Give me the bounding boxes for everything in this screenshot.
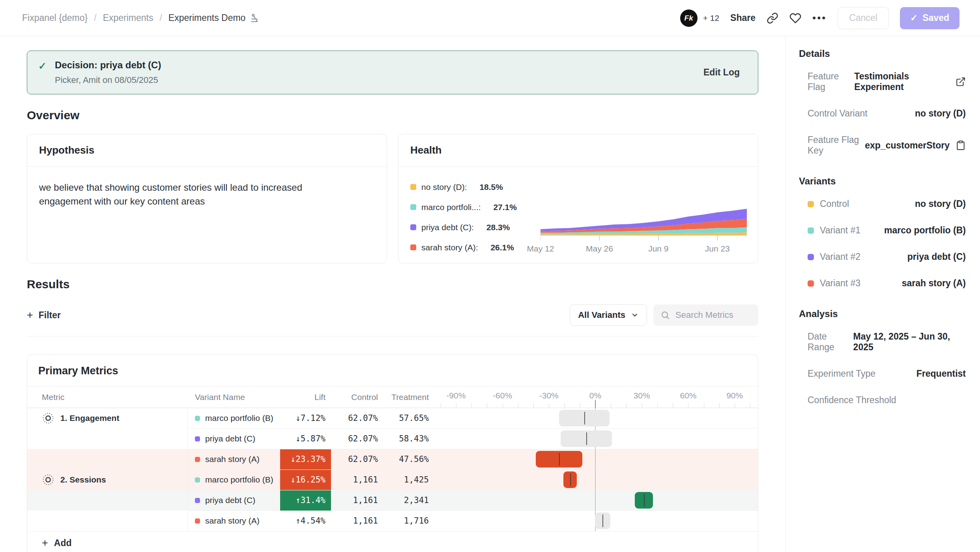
axis-minor-tick	[456, 403, 456, 408]
variant-color-chip	[808, 201, 814, 207]
sidebar-row-label: Variant #1	[820, 225, 860, 236]
external-link-icon[interactable]	[956, 77, 966, 87]
breadcrumb-experiments[interactable]: Experiments	[103, 13, 153, 23]
metrics-table-body: 1. Engagement marco portfolio (B) ↓7.12%…	[27, 408, 758, 531]
axis-minor-tick	[549, 403, 549, 408]
more-options-icon[interactable]: •••	[812, 12, 827, 24]
legend-value: 28.3%	[486, 223, 510, 232]
ci-mean-tick	[559, 453, 560, 466]
top-bar: Fixpanel {demo} / Experiments / Experime…	[0, 0, 980, 36]
col-lift: Lift	[280, 392, 331, 402]
microscope-icon	[249, 13, 260, 23]
favorite-heart-icon[interactable]	[789, 12, 801, 24]
confidence-interval-cell	[433, 428, 758, 449]
x-axis-label: May 26	[586, 244, 613, 253]
axis-zero-tick	[595, 400, 596, 409]
table-row[interactable]: priya debt (C) ↓5.87% 62.07% 58.43%	[27, 428, 758, 449]
confidence-interval-bar	[635, 492, 653, 509]
axis-minor-tick	[642, 403, 642, 408]
decision-title: Decision: priya debt (C)	[55, 60, 703, 72]
collaborator-count[interactable]: + 12	[703, 13, 719, 23]
axis-label: 90%	[726, 391, 743, 400]
sidebar-row-value: marco portfolio (B)	[884, 225, 966, 236]
health-legend-item: marco portfoli...: 27.1%	[410, 203, 540, 212]
sidebar-row-value: exp_customerStory	[865, 140, 950, 151]
add-metric-button[interactable]: + Add	[27, 531, 758, 552]
avatar[interactable]: Fk	[680, 9, 698, 27]
legend-value: 27.1%	[493, 203, 517, 212]
lift-value: ↓5.87%	[280, 428, 331, 449]
lift-value: ↓7.12%	[280, 408, 331, 428]
ci-mean-tick	[570, 473, 571, 486]
col-metric: Metric	[27, 392, 188, 402]
sidebar-row-label: Control Variant	[808, 108, 868, 119]
variant-name: marco portfolio (B)	[205, 413, 273, 423]
legend-color-chip	[410, 184, 416, 190]
ci-mean-tick	[644, 494, 645, 507]
add-filter-button[interactable]: + Filter	[27, 310, 61, 321]
overview-heading: Overview	[27, 109, 758, 122]
legend-value: 26.1%	[490, 243, 514, 252]
primary-metrics-card: Primary Metrics Metric Variant Name Lift…	[27, 355, 758, 552]
lift-axis: -90%-60%-30%0%30%60%90%	[433, 387, 758, 408]
results-heading: Results	[27, 278, 758, 291]
health-chart: May 12May 26Jun 9Jun 23	[540, 175, 747, 257]
lift-value: ↓23.37%	[280, 449, 331, 469]
search-metrics-box[interactable]	[653, 304, 758, 326]
table-row[interactable]: 2. Sessions marco portfolio (B) ↓16.25% …	[27, 469, 758, 490]
search-metrics-input[interactable]	[675, 310, 751, 320]
control-value: 62.07%	[331, 428, 382, 449]
analysis-section: Analysis Date Range May 12, 2025 – Jun 3…	[799, 308, 966, 413]
variant-color-chip	[195, 436, 200, 441]
cancel-button[interactable]: Cancel	[838, 7, 889, 29]
saved-button[interactable]: ✓ Saved	[900, 7, 959, 29]
axis-minor-tick	[704, 403, 704, 408]
sidebar-row-label: Feature Flag Key	[808, 135, 865, 156]
lift-value: ↓16.25%	[280, 469, 331, 490]
col-variant: Variant Name	[188, 392, 280, 402]
app-window: Fixpanel {demo} / Experiments / Experime…	[0, 0, 980, 552]
treatment-value: 47.56%	[382, 449, 433, 469]
variants-section: Variants Control no story (D) Variant #1	[799, 176, 966, 297]
plus-icon: +	[42, 538, 48, 548]
clipboard-icon[interactable]	[956, 140, 966, 150]
confidence-interval-cell	[433, 408, 758, 428]
health-legend-item: sarah story (A): 26.1%	[410, 243, 540, 252]
variant-color-chip	[195, 518, 200, 524]
search-icon	[660, 310, 670, 320]
sidebar-row: Feature Flag Testimonials Experiment	[799, 63, 966, 100]
details-section: Details Feature Flag Testimonials Experi…	[799, 48, 966, 164]
sidebar-row-label: Confidence Threshold	[808, 395, 896, 406]
lift-value: ↑31.4%	[280, 490, 331, 511]
chevron-down-icon	[631, 311, 639, 319]
table-row[interactable]: sarah story (A) ↓23.37% 62.07% 47.56%	[27, 449, 758, 469]
variant-color-chip	[808, 280, 814, 287]
legend-label: no story (D):	[421, 182, 467, 192]
confidence-interval-bar	[595, 513, 610, 529]
table-row[interactable]: sarah story (A) ↑4.54% 1,161 1,716	[27, 511, 758, 531]
saved-check-icon: ✓	[910, 13, 918, 23]
variant-name: sarah story (A)	[205, 516, 260, 526]
details-sidebar: Details Feature Flag Testimonials Experi…	[785, 36, 980, 552]
analysis-heading: Analysis	[799, 308, 966, 319]
treatment-value: 1,425	[382, 469, 433, 490]
confidence-interval-bar	[559, 410, 610, 426]
share-button[interactable]: Share	[730, 13, 756, 23]
axis-label: 0%	[589, 391, 601, 400]
table-row[interactable]: priya debt (C) ↑31.4% 1,161 2,341	[27, 490, 758, 511]
axis-minor-tick	[503, 403, 503, 408]
breadcrumb-project[interactable]: Fixpanel {demo}	[22, 13, 88, 23]
decision-banner: ✓ Decision: priya debt (C) Picker, Amit …	[27, 51, 758, 94]
sidebar-row-value: priya debt (C)	[907, 252, 966, 262]
copy-link-icon[interactable]	[767, 12, 778, 24]
axis-label: -60%	[493, 391, 512, 400]
table-row[interactable]: 1. Engagement marco portfolio (B) ↓7.12%…	[27, 408, 758, 428]
sidebar-row: Control Variant no story (D)	[799, 100, 966, 127]
axis-minor-tick	[487, 403, 487, 408]
variants-dropdown[interactable]: All Variants	[570, 304, 647, 326]
legend-label: sarah story (A):	[421, 243, 478, 252]
edit-log-button[interactable]: Edit Log	[703, 67, 746, 78]
axis-label: -30%	[539, 391, 559, 400]
sidebar-row-label: Control	[820, 199, 849, 209]
variant-color-chip	[195, 498, 200, 503]
